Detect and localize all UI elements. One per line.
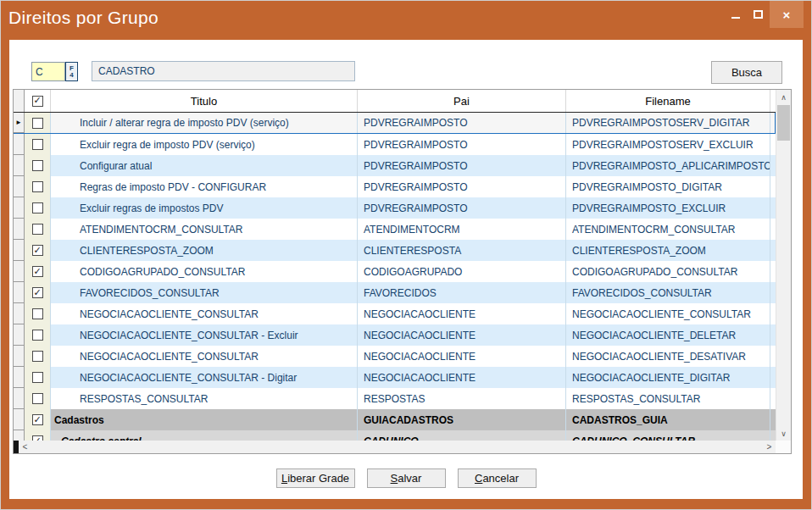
check-icon: ✓	[33, 246, 41, 255]
row-checkbox[interactable]: ✓	[25, 240, 51, 261]
table-row[interactable]: Configurar atualPDVREGRAIMPOSTOPDVREGRAI…	[14, 155, 776, 176]
row-indicator	[14, 324, 25, 346]
cell-filename: NEGOCIACAOCLIENTE_CONSULTAR	[566, 303, 770, 324]
row-checkbox[interactable]: ✓	[25, 261, 51, 282]
group-name-input[interactable]	[92, 61, 355, 81]
vertical-scrollbar[interactable]: ∧ ∨	[776, 90, 791, 441]
group-code-input[interactable]	[31, 62, 65, 81]
cell-filename: NEGOCIACAOCLIENTE_DESATIVAR	[566, 346, 770, 367]
row-indicator	[14, 155, 25, 176]
row-checkbox[interactable]	[25, 176, 51, 197]
close-button[interactable]: ×	[770, 1, 804, 28]
table-row[interactable]: NEGOCIACAOCLIENTE_CONSULTARNEGOCIACAOCLI…	[14, 303, 776, 324]
cell-filename: PDVREGRAIMPOSTO_APLICARIMPOSTO	[566, 155, 770, 176]
salvar-button[interactable]: Salvar	[367, 468, 446, 488]
row-checkbox[interactable]	[25, 303, 51, 324]
cell-pai: NEGOCIACAOCLIENTE	[358, 303, 566, 324]
table-row[interactable]: ✓Cadastro centralCADUNICOCADUNICO_CONSUL…	[14, 430, 776, 441]
window-title: Direitos por Grupo	[8, 8, 159, 28]
row-checkbox[interactable]	[25, 155, 51, 176]
row-checkbox[interactable]	[25, 113, 51, 133]
row-indicator	[14, 240, 25, 261]
cell-pai: CODIGOAGRUPADO	[358, 261, 566, 282]
cell-titulo: Regras de imposto PDV - CONFIGURAR	[51, 176, 358, 197]
cell-titulo: Cadastro central	[51, 430, 358, 441]
table-row[interactable]: ✓CadastrosGUIACADASTROSCADASTROS_GUIA	[14, 409, 776, 430]
row-indicator	[14, 303, 25, 324]
cell-titulo: NEGOCIACAOCLIENTE_CONSULTAR - Digitar	[51, 367, 358, 388]
table-row[interactable]: ✓FAVORECIDOS_CONSULTARFAVORECIDOSFAVOREC…	[14, 282, 776, 303]
row-checkbox[interactable]	[25, 367, 51, 388]
table-row[interactable]: NEGOCIACAOCLIENTE_CONSULTARNEGOCIACAOCLI…	[14, 346, 776, 367]
minimize-button[interactable]	[724, 1, 747, 28]
table-row[interactable]: RESPOSTAS_CONSULTARRESPOSTASRESPOSTAS_CO…	[14, 388, 776, 409]
cell-filename: FAVORECIDOS_CONSULTAR	[566, 282, 770, 303]
cell-titulo: Cadastros	[51, 409, 358, 430]
column-header-filename[interactable]: Filename	[566, 90, 770, 112]
row-checkbox[interactable]	[25, 388, 51, 409]
cell-pai: CADUNICO	[358, 430, 566, 441]
cell-titulo: CODIGOAGRUPADO_CONSULTAR	[51, 261, 358, 282]
cell-pai: RESPOSTAS	[358, 388, 566, 409]
table-row[interactable]: Excluir regras de impostos PDVPDVREGRAIM…	[14, 197, 776, 219]
row-checkbox[interactable]	[25, 197, 51, 219]
liberar-grade-button[interactable]: Liberar Grade	[276, 468, 355, 488]
check-icon: ✓	[33, 288, 41, 297]
cell-pai: PDVREGRAIMPOSTO	[358, 155, 566, 176]
cell-filename: PDVREGRAIMPOSTO_EXCLUIR	[566, 197, 770, 219]
select-all-checkbox-box: ✓	[32, 96, 43, 107]
cell-pai: PDVREGRAIMPOSTO	[358, 134, 566, 155]
row-indicator	[14, 261, 25, 282]
table-row[interactable]: ATENDIMENTOCRM_CONSULTARATENDIMENTOCRMAT…	[14, 219, 776, 240]
cell-filename: PDVREGRAIMPOSTO_DIGITAR	[566, 176, 770, 197]
table-row[interactable]: NEGOCIACAOCLIENTE_CONSULTAR - ExcluirNEG…	[14, 324, 776, 346]
cell-filename: PDVREGRAIMPOSTOSERV_EXCLUIR	[566, 134, 770, 155]
row-checkbox[interactable]: ✓	[25, 409, 51, 430]
table-row[interactable]: ✓CLIENTERESPOSTA_ZOOMCLIENTERESPOSTACLIE…	[14, 240, 776, 261]
scroll-down-icon[interactable]: ∨	[776, 426, 791, 441]
minimize-icon	[731, 17, 740, 19]
current-row-arrow-icon: ►	[15, 119, 22, 126]
column-header-pai[interactable]: Pai	[358, 90, 566, 112]
cell-pai: NEGOCIACAOCLIENTE	[358, 324, 566, 346]
scroll-left-icon[interactable]: <	[19, 441, 31, 453]
horizontal-scrollbar[interactable]: < >	[14, 441, 776, 453]
table-row[interactable]: Excluir regra de imposto PDV (serviço)PD…	[14, 134, 776, 155]
row-checkbox[interactable]	[25, 324, 51, 346]
select-all-checkbox[interactable]: ✓	[25, 90, 51, 112]
cell-filename: ATENDIMENTOCRM_CONSULTAR	[566, 219, 770, 240]
maximize-button[interactable]	[747, 1, 770, 28]
scrollbar-corner	[776, 441, 791, 453]
table-row[interactable]: NEGOCIACAOCLIENTE_CONSULTAR - DigitarNEG…	[14, 367, 776, 388]
f4-lookup-button[interactable]: F 4	[65, 62, 78, 81]
check-icon: ✓	[33, 415, 41, 424]
cell-titulo: FAVORECIDOS_CONSULTAR	[51, 282, 358, 303]
scroll-right-icon[interactable]: >	[763, 441, 776, 453]
table-row[interactable]: ►Incluir / alterar regra de imposto PDV …	[14, 113, 776, 134]
cell-pai: GUIACADASTROS	[358, 409, 566, 430]
row-checkbox[interactable]	[25, 219, 51, 240]
cancelar-button[interactable]: Cancelar	[458, 468, 537, 488]
busca-button[interactable]: Busca	[711, 61, 782, 84]
scroll-up-icon[interactable]: ∧	[776, 90, 791, 104]
cell-titulo: Configurar atual	[51, 155, 358, 176]
cell-pai: PDVREGRAIMPOSTO	[358, 197, 566, 219]
cell-filename: PDVREGRAIMPOSTOSERV_DIGITAR	[566, 113, 770, 133]
cell-pai: NEGOCIACAOCLIENTE	[358, 346, 566, 367]
titlebar: Direitos por Grupo ×	[1, 1, 811, 40]
row-checkbox[interactable]: ✓	[25, 282, 51, 303]
table-row[interactable]: Regras de imposto PDV - CONFIGURARPDVREG…	[14, 176, 776, 197]
cell-pai: PDVREGRAIMPOSTO	[358, 113, 566, 133]
row-checkbox[interactable]: ✓	[25, 430, 51, 441]
horizontal-scrollbar-track[interactable]	[31, 441, 763, 453]
vertical-scrollbar-thumb[interactable]	[777, 105, 790, 141]
row-indicator	[14, 388, 25, 409]
row-checkbox[interactable]	[25, 134, 51, 155]
cell-pai: NEGOCIACAOCLIENTE	[358, 367, 566, 388]
maximize-icon	[754, 10, 763, 19]
row-checkbox[interactable]	[25, 346, 51, 367]
table-row[interactable]: ✓CODIGOAGRUPADO_CONSULTARCODIGOAGRUPADOC…	[14, 261, 776, 282]
cell-filename: CADASTROS_GUIA	[566, 409, 770, 430]
column-header-titulo[interactable]: Titulo	[51, 90, 358, 112]
cell-titulo: RESPOSTAS_CONSULTAR	[51, 388, 358, 409]
